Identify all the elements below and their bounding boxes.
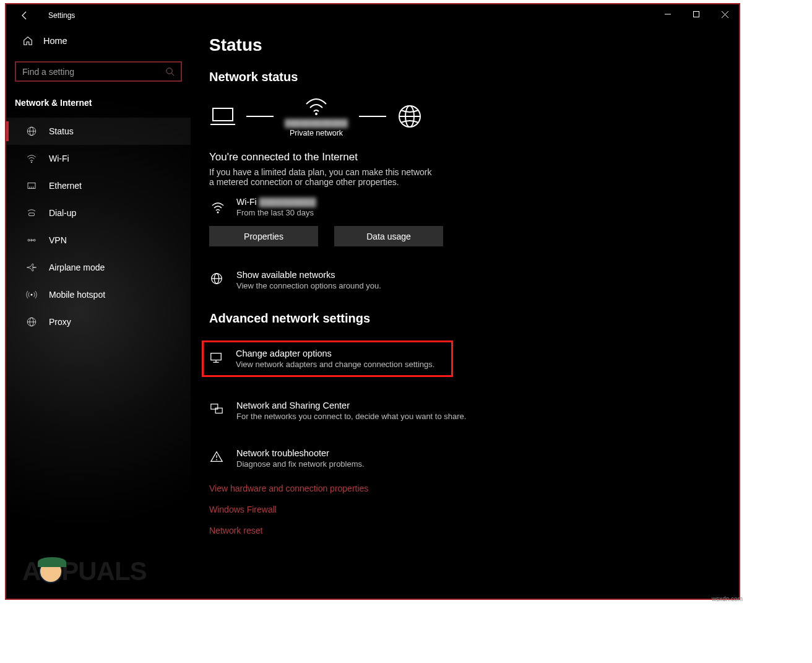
- back-button[interactable]: [15, 6, 35, 25]
- connector-line: [246, 116, 274, 117]
- search-container: [15, 61, 182, 82]
- svg-rect-35: [211, 404, 218, 409]
- nav-label: Proxy: [49, 317, 71, 327]
- category-heading: Network & Internet: [6, 89, 191, 115]
- search-input[interactable]: [22, 67, 165, 77]
- connection-row: Wi-Fi ██████████ From the last 30 days: [209, 197, 720, 217]
- svg-point-16: [33, 240, 35, 241]
- option-title: Network troubleshooter: [236, 448, 365, 458]
- connector-line: [359, 116, 386, 117]
- link-network-reset[interactable]: Network reset: [209, 526, 720, 535]
- maximize-button[interactable]: [682, 4, 710, 24]
- dialup-icon: [25, 207, 38, 219]
- svg-point-9: [31, 162, 32, 163]
- connection-name: Wi-Fi: [236, 197, 257, 207]
- watermark-logo: APUALS: [22, 557, 147, 586]
- wifi-icon: [209, 200, 227, 215]
- wifi-large-icon: [304, 95, 329, 116]
- pc-icon: [210, 106, 235, 127]
- nav-item-proxy[interactable]: Proxy: [6, 308, 191, 336]
- home-label: Home: [43, 36, 67, 46]
- option-title: Change adapter options: [236, 349, 434, 358]
- wifi-icon: [25, 152, 38, 165]
- airplane-icon: [25, 261, 38, 274]
- svg-rect-14: [29, 213, 35, 216]
- connected-title: You're connected to the Internet: [209, 151, 720, 163]
- proxy-icon: [25, 316, 38, 328]
- nav-label: Status: [49, 126, 74, 136]
- minimize-button[interactable]: [654, 4, 682, 24]
- page-title: Status: [209, 35, 720, 55]
- nav-item-wifi[interactable]: Wi-Fi: [6, 145, 191, 172]
- network-diagram: ████████████ Private network: [210, 95, 720, 137]
- nav-label: Dial-up: [49, 208, 76, 218]
- change-adapter-options[interactable]: Change adapter options View network adap…: [202, 340, 453, 377]
- nav-list: Status Wi-Fi Ethernet Dial-up VPN: [6, 118, 191, 336]
- svg-point-15: [28, 240, 30, 241]
- link-windows-firewall[interactable]: Windows Firewall: [209, 505, 720, 514]
- properties-button[interactable]: Properties: [209, 226, 318, 246]
- nav-label: Ethernet: [49, 181, 82, 191]
- hotspot-icon: [25, 288, 38, 301]
- svg-line-5: [171, 73, 174, 76]
- window-title: Settings: [48, 11, 75, 20]
- corner-watermark: wsxdn.com: [712, 596, 805, 663]
- nav-label: Wi-Fi: [49, 154, 69, 163]
- data-usage-button[interactable]: Data usage: [334, 226, 443, 246]
- svg-point-18: [31, 294, 33, 296]
- svg-point-28: [217, 211, 219, 213]
- adapter-icon: [209, 350, 223, 365]
- nav-item-airplane[interactable]: Airplane mode: [6, 254, 191, 281]
- nav-item-ethernet[interactable]: Ethernet: [6, 172, 191, 199]
- sidebar: Home Network & Internet Status: [6, 27, 191, 599]
- svg-rect-22: [213, 108, 233, 121]
- nav-label: Mobile hotspot: [49, 290, 105, 300]
- network-troubleshooter[interactable]: Network troubleshooter Diagnose and fix …: [209, 444, 720, 472]
- caption-buttons: [654, 4, 739, 24]
- ethernet-icon: [25, 180, 38, 192]
- globe-icon: [209, 271, 224, 286]
- titlebar: Settings: [6, 4, 739, 27]
- option-subtitle: View the connection options around you.: [236, 281, 381, 290]
- link-hardware-properties[interactable]: View hardware and connection properties: [209, 483, 720, 493]
- advanced-heading: Advanced network settings: [209, 311, 720, 326]
- network-sharing-center[interactable]: Network and Sharing Center For the netwo…: [209, 397, 720, 425]
- nav-item-status[interactable]: Status: [6, 118, 191, 145]
- nav-item-dialup[interactable]: Dial-up: [6, 199, 191, 227]
- status-icon: [25, 125, 38, 137]
- option-subtitle: Diagnose and fix network problems.: [236, 459, 365, 469]
- close-button[interactable]: [710, 4, 739, 24]
- svg-point-38: [216, 459, 217, 461]
- globe-large-icon: [397, 104, 422, 129]
- nav-item-hotspot[interactable]: Mobile hotspot: [6, 281, 191, 308]
- nav-item-vpn[interactable]: VPN: [6, 227, 191, 254]
- svg-point-4: [166, 68, 172, 74]
- option-title: Show available networks: [236, 270, 381, 280]
- sharing-icon: [209, 402, 224, 417]
- option-title: Network and Sharing Center: [236, 401, 466, 410]
- connection-subtitle: From the last 30 days: [236, 208, 316, 217]
- svg-rect-32: [211, 353, 222, 360]
- nav-label: Airplane mode: [49, 262, 105, 272]
- warning-icon: [209, 449, 224, 464]
- svg-point-24: [315, 113, 317, 115]
- option-subtitle: For the networks you connect to, decide …: [236, 412, 466, 421]
- settings-window: Settings Home Networ: [5, 3, 740, 600]
- home-nav[interactable]: Home: [6, 27, 191, 55]
- main-content: Status Network status ████████████ Priva…: [191, 27, 739, 599]
- network-ssid-blurred: ████████████: [285, 119, 348, 128]
- search-icon: [165, 67, 175, 76]
- nav-label: VPN: [49, 235, 67, 245]
- option-subtitle: View network adapters and change connect…: [236, 360, 434, 369]
- show-available-networks[interactable]: Show available networks View the connect…: [209, 266, 720, 294]
- connected-subtitle: If you have a limited data plan, you can…: [209, 167, 432, 187]
- network-status-heading: Network status: [209, 70, 720, 84]
- network-type-label: Private network: [290, 129, 343, 137]
- vpn-icon: [25, 234, 38, 246]
- home-icon: [22, 35, 33, 46]
- connection-ssid-blurred: ██████████: [259, 197, 316, 207]
- svg-rect-1: [694, 12, 699, 17]
